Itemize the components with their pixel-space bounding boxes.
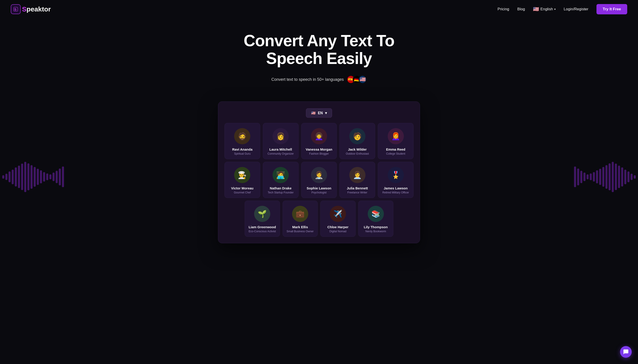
voice-card[interactable]: 🧔 Ravi Ananda Spiritual Guru (224, 123, 260, 159)
voice-role: Community Organizer (266, 152, 295, 155)
voice-card[interactable]: 👩‍💼 Julia Bennett Freelance Writer (340, 162, 375, 198)
voice-card[interactable]: 👩 Laura Mitchell Community Organizer (263, 123, 298, 159)
voice-avatar: 👨‍🍳 (234, 167, 250, 183)
navbar: S Speaktor Pricing Blog 🇺🇸 English ▾ Log… (0, 0, 638, 18)
voice-name: James Lawson (381, 186, 410, 190)
waveform-bar (624, 170, 626, 184)
voice-avatar: 🧔 (234, 128, 250, 144)
hero-section: Convert Any Text To Speech Easily Conver… (0, 18, 638, 102)
voice-name: Nathan Drake (266, 186, 295, 190)
blog-link[interactable]: Blog (517, 7, 525, 12)
waveform-bar (8, 172, 10, 182)
logo-icon: S (11, 4, 21, 14)
voice-avatar: 📚 (368, 206, 384, 222)
voice-role: Digital Nomad (324, 230, 352, 233)
voice-card[interactable]: 👨‍🍳 Victor Moreau Gourmet Chef (224, 162, 260, 198)
waveform-bar (28, 163, 30, 190)
waveform-bar (615, 164, 617, 190)
waveform-bar (34, 167, 36, 187)
waveform-bar (50, 174, 52, 179)
waveform-bar (621, 168, 623, 186)
voice-role: Freelance Writer (343, 191, 372, 194)
chat-icon (623, 349, 629, 355)
chat-bubble-button[interactable] (620, 346, 632, 358)
voice-role: Outdoor Enthusiast (343, 152, 372, 155)
waveform-section: 🇺🇸 EN ▾ 🧔 Ravi Ananda Spiritual Guru 👩 L… (0, 102, 638, 252)
language-selector[interactable]: 🇺🇸 English ▾ (533, 6, 556, 12)
nav-links: Pricing Blog 🇺🇸 English ▾ Login/Register… (498, 4, 627, 14)
logo-text: Speaktor (22, 6, 51, 13)
hero-subtext: Convert text to speech in 50+ languages … (4, 76, 634, 84)
waveform-bar (6, 174, 8, 180)
logo[interactable]: S Speaktor (11, 4, 51, 14)
voice-avatar: 🧑‍💻 (272, 167, 289, 183)
waveform-bar (593, 172, 595, 182)
waveform-bar (62, 166, 64, 187)
voice-grid-row2: 👨‍🍳 Victor Moreau Gourmet Chef 🧑‍💻 Natha… (224, 162, 414, 198)
voice-avatar: 👩‍💼 (349, 167, 366, 183)
flag-us: 🇺🇸 (358, 76, 366, 84)
waveform-bar (21, 164, 23, 190)
voice-avatar: 👩‍🦱 (311, 128, 327, 144)
voice-avatar: ✈️ (330, 206, 346, 222)
voice-name: Mark Ellis (286, 225, 314, 229)
waveform-bar (30, 165, 32, 189)
waveform-bar (52, 172, 54, 181)
waveform-bar (608, 163, 610, 190)
waveform-bar (37, 169, 39, 185)
voice-role: Fashion Blogger (305, 152, 334, 155)
voice-card[interactable]: 👩‍⚕️ Sophie Lawson Psychologist (301, 162, 337, 198)
voice-name: Chloe Harper (324, 225, 352, 229)
waveform-bar (602, 167, 604, 187)
waveform-bar (24, 162, 26, 192)
voice-card[interactable]: 👩‍🦱 Vanessa Morgan Fashion Blogger (301, 123, 337, 159)
voice-card[interactable]: 🧑 Jack Wilder Outdoor Enthusiast (340, 123, 375, 159)
waveform-bar (618, 166, 620, 188)
voice-grid-row1: 🧔 Ravi Ananda Spiritual Guru 👩 Laura Mit… (224, 123, 414, 159)
waveform-bar (577, 168, 579, 185)
voice-name: Emma Reed (381, 148, 410, 151)
voice-card[interactable]: 👩‍🦰 Emma Reed College Student (378, 123, 414, 159)
waveform-bar (612, 162, 614, 192)
voice-role: College Student (381, 152, 410, 155)
waveform-bar (584, 172, 586, 181)
waveform-bar (590, 174, 592, 180)
voice-avatar: 💼 (292, 206, 308, 222)
voice-name: Victor Moreau (228, 186, 257, 190)
waveform-bar (56, 171, 58, 183)
waveform-bar (630, 174, 632, 180)
waveform-bar (599, 169, 601, 185)
waveform-bar (606, 165, 608, 189)
hero-sub-label: Convert text to speech in 50+ languages (272, 77, 344, 82)
voice-role: Small Business Owner (286, 230, 314, 233)
voice-name: Julia Bennett (343, 186, 372, 190)
app-window: 🇺🇸 EN ▾ 🧔 Ravi Ananda Spiritual Guru 👩 L… (218, 102, 420, 243)
login-register-link[interactable]: Login/Register (564, 7, 588, 12)
lang-selector: 🇺🇸 EN ▾ (224, 108, 414, 118)
voice-card[interactable]: 🧑‍💻 Nathan Drake Tech Startup Founder (263, 162, 298, 198)
voice-avatar: 🧑 (349, 128, 366, 144)
waveform-bar (2, 175, 4, 179)
voice-card[interactable]: 🌱 Liam Greenwood Eco-Conscious Activist (245, 201, 280, 237)
pricing-link[interactable]: Pricing (498, 7, 509, 12)
voice-avatar: 👩 (272, 128, 289, 144)
waveform-bar (59, 168, 61, 185)
voice-card[interactable]: 🎖️ James Lawson Retired Military Officer (378, 162, 414, 198)
voice-name: Ravi Ananda (228, 148, 257, 151)
voice-card[interactable]: ✈️ Chloe Harper Digital Nomad (320, 201, 356, 237)
voice-name: Lily Thompson (362, 225, 390, 229)
voice-avatar: 👩‍⚕️ (311, 167, 327, 183)
voice-card[interactable]: 📚 Lily Thompson Nerdy Bookworm (358, 201, 394, 237)
try-free-button[interactable]: Try It Free (596, 4, 627, 14)
waveform-bar (580, 171, 582, 183)
lang-code-label: EN (318, 111, 323, 115)
waveform-right (574, 102, 638, 252)
voice-role: Gourmet Chef (228, 191, 257, 194)
language-dropdown[interactable]: 🇺🇸 EN ▾ (306, 108, 332, 118)
voice-role: Nerdy Bookworm (362, 230, 390, 233)
voice-card[interactable]: 💼 Mark Ellis Small Business Owner (283, 201, 318, 237)
waveform-bar (12, 170, 14, 184)
waveform-bar (574, 166, 576, 187)
waveform-bar (40, 170, 42, 183)
waveform-bar (43, 172, 45, 182)
